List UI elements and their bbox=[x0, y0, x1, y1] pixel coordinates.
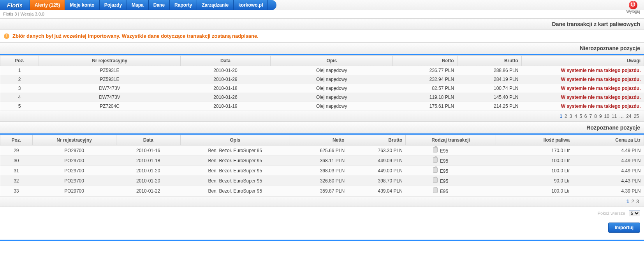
nav-reports[interactable]: Raporty bbox=[170, 0, 197, 10]
cell-qty: 170.0 Ltr bbox=[496, 146, 573, 156]
cell-pos: 32 bbox=[0, 176, 33, 186]
page-link[interactable]: 7 bbox=[588, 114, 593, 119]
cell-date: 2010-01-20 bbox=[116, 166, 180, 176]
page-link[interactable]: 9 bbox=[598, 114, 603, 119]
col-type[interactable]: Rodzaj transakcji bbox=[406, 135, 496, 146]
rows-per-page-select[interactable]: 5 bbox=[629, 210, 640, 216]
cell-pos: 33 bbox=[0, 186, 33, 196]
cell-gross: 214.25 PLN bbox=[457, 102, 521, 111]
table-row[interactable]: 3DW7473V2010-01-18Olej napędowy82.57 PLN… bbox=[0, 84, 644, 93]
cell-reg: DW7473V bbox=[39, 93, 181, 102]
table-row[interactable]: 1PZ5931E2010-01-20Olej napędowy236.77 PL… bbox=[0, 66, 644, 75]
table-row[interactable]: 5PZ7204C2010-01-19Olej napędowy175.61 PL… bbox=[0, 102, 644, 111]
import-button[interactable]: Importuj bbox=[608, 223, 640, 233]
page-link[interactable]: 25 bbox=[633, 114, 640, 119]
cell-pos: 4 bbox=[0, 93, 39, 102]
col-desc[interactable]: Opis bbox=[180, 135, 290, 146]
cell-net: 175.61 PLN bbox=[393, 102, 457, 111]
col-net[interactable]: Netto bbox=[290, 135, 348, 146]
page-link[interactable]: 6 bbox=[583, 114, 588, 119]
cell-desc: Ben. Bezoł. EuroSuper 95 bbox=[180, 156, 290, 166]
cell-net: 368.11 PLN bbox=[290, 156, 348, 166]
warning-icon bbox=[4, 33, 9, 39]
cell-net: 119.18 PLN bbox=[393, 93, 457, 102]
col-price[interactable]: Cena za Ltr bbox=[573, 135, 644, 146]
version-bar: Flotis 3 | Wersja 3.0.0 bbox=[0, 10, 644, 18]
section-recognized-title: Rozpoznane pozycje bbox=[0, 122, 644, 133]
page-link[interactable]: 24 bbox=[625, 114, 632, 119]
table-row[interactable]: 4DW7473V2010-01-26Olej napędowy119.18 PL… bbox=[0, 93, 644, 102]
nav-map[interactable]: Mapa bbox=[127, 0, 149, 10]
cell-gross: 439.04 PLN bbox=[348, 186, 406, 196]
col-qty[interactable]: Ilość paliwa bbox=[496, 135, 573, 146]
col-gross[interactable]: Brutto bbox=[457, 56, 521, 66]
recognized-table: Poz. Nr rejestracyjny Data Opis Netto Br… bbox=[0, 135, 644, 196]
nav-alerts[interactable]: Alerty (125) bbox=[30, 0, 65, 10]
cell-reg: PZ5931E bbox=[39, 75, 181, 84]
page-link[interactable]: 8 bbox=[593, 114, 598, 119]
col-date[interactable]: Data bbox=[116, 135, 180, 146]
col-reg[interactable]: Nr rejestracyjny bbox=[39, 56, 181, 66]
cell-reg: PO29700 bbox=[32, 156, 116, 166]
col-pos[interactable]: Poz. bbox=[0, 56, 39, 66]
cell-qty: 90.0 Ltr bbox=[496, 176, 573, 186]
col-pos[interactable]: Poz. bbox=[0, 135, 33, 146]
nav-end-cap bbox=[268, 0, 276, 10]
cell-reg: PZ5931E bbox=[39, 66, 181, 75]
page-link[interactable]: 10 bbox=[603, 114, 611, 119]
cell-notes: W systemie nie ma takiego pojazdu. bbox=[521, 84, 644, 93]
cell-notes: W systemie nie ma takiego pojazdu. bbox=[521, 93, 644, 102]
footer-divider bbox=[0, 240, 644, 241]
col-net[interactable]: Netto bbox=[393, 56, 457, 66]
page-link[interactable]: 3 bbox=[635, 199, 640, 204]
nav-manage[interactable]: Zarządzanie bbox=[197, 0, 234, 10]
brand-logo[interactable]: Flotis bbox=[0, 0, 30, 10]
table-row[interactable]: 33PO297002010-01-22Ben. Bezoł. EuroSuper… bbox=[0, 186, 644, 196]
section-unrecognized-title: Nierozpoznane pozycje bbox=[0, 42, 644, 54]
fuel-pump-icon bbox=[433, 167, 438, 173]
nav-korkowo[interactable]: korkowo.pl bbox=[234, 0, 268, 10]
page-link[interactable]: 2 bbox=[563, 114, 568, 119]
cell-notes: W systemie nie ma takiego pojazdu. bbox=[521, 102, 644, 111]
col-gross[interactable]: Brutto bbox=[348, 135, 406, 146]
table-row[interactable]: 29PO297002010-01-16Ben. Bezoł. EuroSuper… bbox=[0, 146, 644, 156]
page-link[interactable]: 3 bbox=[568, 114, 574, 119]
cell-pos: 31 bbox=[0, 166, 33, 176]
cell-gross: 763.30 PLN bbox=[348, 146, 406, 156]
col-notes[interactable]: Uwagi bbox=[521, 56, 644, 66]
cell-desc: Ben. Bezoł. EuroSuper 95 bbox=[180, 166, 290, 176]
cell-date: 2010-01-29 bbox=[180, 75, 270, 84]
nav-account[interactable]: Moje konto bbox=[65, 0, 99, 10]
col-reg[interactable]: Nr rejestracyjny bbox=[32, 135, 116, 146]
table-row[interactable]: 32PO297002010-01-20Ben. Bezoł. EuroSuper… bbox=[0, 176, 644, 186]
cell-gross: 398.70 PLN bbox=[348, 176, 406, 186]
page-link[interactable]: 5 bbox=[578, 114, 583, 119]
cell-desc: Olej napędowy bbox=[271, 84, 393, 93]
cell-reg: PO29700 bbox=[32, 166, 116, 176]
cell-pos: 3 bbox=[0, 84, 39, 93]
page-link[interactable]: 11 bbox=[611, 114, 618, 119]
cell-qty: 100.0 Ltr bbox=[496, 156, 573, 166]
unrecognized-table: Poz. Nr rejestracyjny Data Opis Netto Br… bbox=[0, 55, 644, 111]
cell-gross: 288.86 PLN bbox=[457, 66, 521, 75]
cell-desc: Ben. Bezoł. EuroSuper 95 bbox=[180, 146, 290, 156]
page-link[interactable]: 4 bbox=[573, 114, 578, 119]
unrecognized-pager: 1234567891011…2425 bbox=[0, 111, 644, 122]
table-row[interactable]: 30PO297002010-01-18Ben. Bezoł. EuroSuper… bbox=[0, 156, 644, 166]
page-link: … bbox=[618, 114, 625, 119]
col-date[interactable]: Data bbox=[180, 56, 270, 66]
page-link[interactable]: 1 bbox=[625, 199, 630, 204]
col-desc[interactable]: Opis bbox=[271, 56, 393, 66]
table-row[interactable]: 31PO297002010-01-20Ben. Bezoł. EuroSuper… bbox=[0, 166, 644, 176]
cell-date: 2010-01-22 bbox=[116, 186, 180, 196]
page-link[interactable]: 1 bbox=[558, 114, 563, 119]
cell-net: 232.94 PLN bbox=[393, 75, 457, 84]
logout-label: Wyloguj bbox=[626, 9, 640, 14]
fuel-pump-icon bbox=[433, 157, 438, 163]
nav-vehicles[interactable]: Pojazdy bbox=[100, 0, 127, 10]
nav-data[interactable]: Dane bbox=[149, 0, 170, 10]
table-row[interactable]: 2PZ5931E2010-01-29Olej napędowy232.94 PL… bbox=[0, 75, 644, 84]
cell-net: 625.66 PLN bbox=[290, 146, 348, 156]
logout-button[interactable]: Wyloguj bbox=[626, 1, 640, 14]
page-link[interactable]: 2 bbox=[630, 199, 635, 204]
